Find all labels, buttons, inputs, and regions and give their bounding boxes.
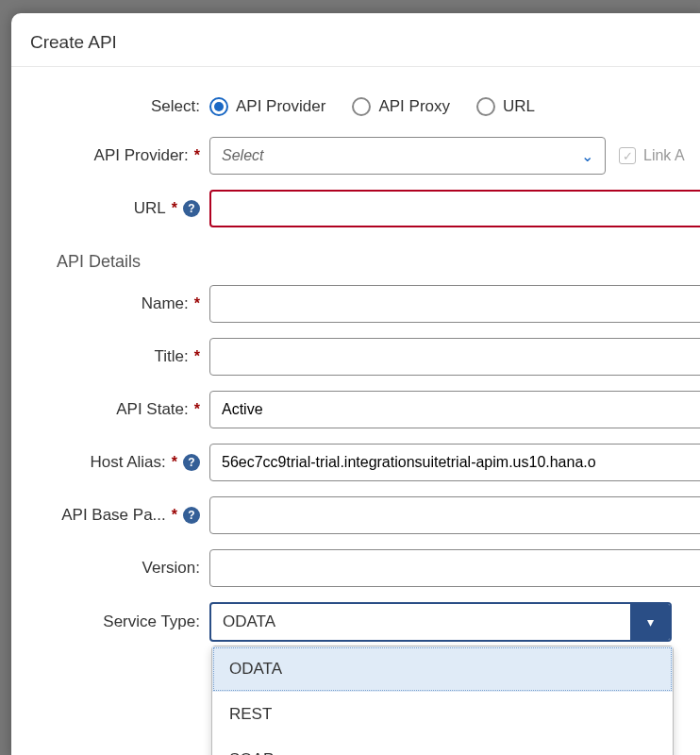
label-select-text: Select: — [151, 97, 200, 116]
label-url: URL * ? — [11, 199, 209, 218]
radio-label-url: URL — [503, 97, 535, 116]
required-asterisk: * — [194, 147, 200, 164]
label-title: Title: * — [11, 347, 209, 366]
api-state-input[interactable] — [209, 391, 700, 428]
api-provider-placeholder: Select — [222, 147, 263, 164]
field-api-base-path — [209, 496, 700, 534]
label-title-text: Title: — [155, 347, 189, 366]
field-version — [209, 549, 700, 587]
label-host-alias-text: Host Alias: — [90, 453, 165, 472]
service-type-value: ODATA — [211, 604, 630, 640]
row-url: URL * ? — [11, 182, 700, 235]
radio-icon — [352, 97, 371, 116]
radio-group-select: API Provider API Proxy URL — [209, 97, 535, 116]
label-name-text: Name: — [142, 294, 189, 313]
service-type-option-soap[interactable]: SOAP — [212, 737, 673, 755]
label-url-text: URL — [134, 199, 166, 218]
service-type-select[interactable]: ODATA ▾ ODATA REST SOAP — [209, 602, 672, 642]
label-api-base-path: API Base Pa... * ? — [11, 506, 209, 525]
field-name — [209, 285, 700, 323]
required-asterisk: * — [172, 507, 177, 524]
row-api-state: API State: * — [11, 383, 700, 436]
label-service-type-text: Service Type: — [103, 612, 200, 631]
radio-api-provider[interactable]: API Provider — [209, 97, 325, 116]
label-service-type: Service Type: — [11, 612, 209, 631]
radio-label-api-proxy: API Proxy — [378, 97, 450, 116]
label-api-provider-text: API Provider: — [94, 146, 189, 165]
chevron-down-icon: ⌄ — [581, 147, 593, 165]
required-asterisk: * — [194, 348, 200, 365]
row-host-alias: Host Alias: * ? — [11, 436, 700, 489]
host-alias-input[interactable] — [209, 444, 700, 481]
dialog-title: Create API — [11, 13, 700, 67]
title-input[interactable] — [209, 338, 700, 376]
field-service-type: ODATA ▾ ODATA REST SOAP — [209, 602, 700, 642]
row-version: Version: — [11, 542, 700, 595]
service-type-option-odata[interactable]: ODATA — [212, 646, 673, 692]
service-type-option-rest[interactable]: REST — [212, 692, 673, 737]
row-api-provider: API Provider: * Select ⌄ ✓ Link A — [11, 129, 700, 182]
radio-icon — [209, 97, 228, 116]
field-title — [209, 338, 700, 376]
field-host-alias — [209, 444, 700, 481]
api-provider-select[interactable]: Select ⌄ — [209, 137, 606, 175]
help-icon[interactable]: ? — [183, 454, 200, 471]
label-api-base-path-text: API Base Pa... — [61, 506, 166, 525]
create-api-dialog: Create API Select: API Provider AP — [11, 13, 700, 755]
required-asterisk: * — [172, 454, 177, 471]
radio-url[interactable]: URL — [476, 97, 535, 116]
service-type-dropdown-button[interactable]: ▾ — [630, 604, 670, 640]
field-api-state — [209, 391, 700, 428]
label-name: Name: * — [11, 294, 209, 313]
label-version: Version: — [11, 559, 209, 578]
link-checkbox[interactable]: ✓ Link A — [619, 147, 685, 164]
label-host-alias: Host Alias: * ? — [11, 453, 209, 472]
row-service-type: Service Type: ODATA ▾ ODATA REST SOAP — [11, 595, 700, 649]
url-input[interactable] — [209, 190, 700, 227]
label-version-text: Version: — [142, 559, 200, 578]
api-base-path-input[interactable] — [209, 496, 700, 534]
help-icon[interactable]: ? — [183, 507, 200, 524]
version-input[interactable] — [209, 549, 700, 587]
chevron-down-icon: ▾ — [647, 614, 654, 629]
radio-api-proxy[interactable]: API Proxy — [352, 97, 450, 116]
field-url — [209, 190, 700, 227]
field-select: API Provider API Proxy URL — [209, 97, 700, 116]
label-select: Select: — [11, 97, 209, 116]
row-api-base-path: API Base Pa... * ? — [11, 489, 700, 542]
service-type-dropdown: ODATA REST SOAP — [211, 646, 674, 755]
name-input[interactable] — [209, 285, 700, 323]
required-asterisk: * — [194, 295, 200, 312]
help-icon[interactable]: ? — [183, 200, 200, 217]
dialog-backdrop: Create API Select: API Provider AP — [0, 0, 700, 755]
required-asterisk: * — [194, 401, 200, 418]
checkbox-icon: ✓ — [619, 147, 636, 164]
section-api-details: API Details — [11, 235, 700, 277]
required-asterisk: * — [172, 200, 177, 217]
row-name: Name: * — [11, 277, 700, 330]
link-label: Link A — [643, 147, 685, 164]
radio-icon — [476, 97, 495, 116]
label-api-state: API State: * — [11, 400, 209, 419]
label-api-provider: API Provider: * — [11, 146, 209, 165]
label-api-state-text: API State: — [116, 400, 189, 419]
field-api-provider: Select ⌄ ✓ Link A — [209, 137, 700, 175]
row-title: Title: * — [11, 330, 700, 383]
radio-label-api-provider: API Provider — [236, 97, 325, 116]
row-select: Select: API Provider API Proxy — [11, 84, 700, 129]
form-area: Select: API Provider API Proxy — [11, 67, 700, 649]
